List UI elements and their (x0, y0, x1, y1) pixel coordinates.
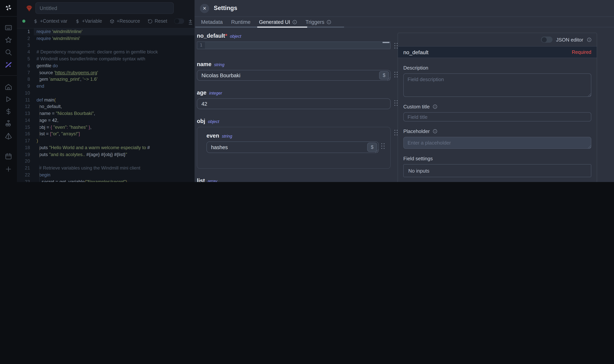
field-settings-empty: No inputs (403, 164, 591, 177)
drag-handle-icon[interactable] (394, 129, 398, 135)
code-line[interactable]: 21 # Retrieve variables using the Windmi… (17, 165, 195, 172)
close-icon[interactable]: ✕ (200, 4, 209, 13)
code-line[interactable]: 3 (17, 42, 195, 49)
age-input[interactable] (197, 98, 391, 109)
editor-toolbar: +Context var +Variable +Resource Reset ± (17, 15, 195, 27)
dollar-icon[interactable] (5, 108, 12, 115)
drag-handle-icon[interactable] (394, 100, 398, 106)
code-line[interactable]: 4# Dependency management: declare gems i… (17, 49, 195, 56)
tab-scroll-track (195, 26, 257, 28)
add-resource-button[interactable]: +Resource (110, 18, 140, 24)
description-label: Description (403, 65, 591, 71)
code-line[interactable]: 12 no_default, (17, 104, 195, 111)
app-window: +Context var +Variable +Resource Reset ±… (0, 0, 614, 182)
star-icon[interactable] (5, 36, 12, 44)
description-textarea[interactable] (403, 73, 591, 97)
active-tab-indicator (257, 26, 307, 28)
code-line[interactable]: 14 age = 42, (17, 117, 195, 124)
required-asterisk: * (225, 33, 227, 39)
placeholder-textarea[interactable] (403, 137, 591, 149)
no-default-json-editor[interactable]: 1 (197, 41, 391, 49)
code-line[interactable]: 7 source 'https://rubygems.org' (17, 69, 195, 76)
info-icon (326, 19, 331, 25)
diff-icon[interactable]: ± (189, 18, 192, 25)
code-line[interactable]: 17) (17, 138, 195, 144)
code-editor[interactable]: 1require 'windmill/inline'2require 'wind… (17, 28, 195, 182)
code-line[interactable]: 22 begin (17, 172, 195, 179)
add-variable-button[interactable]: +Variable (75, 18, 102, 24)
tab-metadata[interactable]: Metadata (201, 19, 223, 25)
code-line[interactable]: 13 name = "Nicolas Bourbaki", (17, 110, 195, 117)
status-dot (22, 20, 25, 23)
code-line[interactable]: 2require 'windmill/mini' (17, 35, 195, 42)
code-line[interactable]: 8 gem 'amazing_print', '~> 1.6' (17, 76, 195, 83)
tab-triggers[interactable]: Triggers (305, 19, 331, 25)
code-line[interactable]: 19 puts "and its acolytes.. #{age} #{obj… (17, 151, 195, 158)
settings-modal: ✕ Settings Metadata Runtime Generated UI… (195, 0, 614, 182)
editor-scrollbar[interactable] (382, 42, 390, 43)
play-icon[interactable] (5, 95, 12, 103)
code-line[interactable]: 15 obj = { "even": "hashes" }, (17, 124, 195, 131)
field-no-default: no_default* object 1 (197, 33, 391, 49)
package-icon (110, 19, 115, 24)
dollar-icon (75, 19, 80, 24)
obj-nested-box: even string $ (197, 127, 391, 169)
drag-handle-icon[interactable] (394, 42, 398, 48)
tab-runtime[interactable]: Runtime (231, 19, 251, 25)
keyboard-icon[interactable] (5, 24, 12, 31)
field-label: no_default* object (197, 33, 391, 39)
code-line[interactable]: 16 list = ["or", "arrays!"] (17, 131, 195, 138)
tab-scroll-track (307, 26, 344, 28)
field-obj: obj object even string $ (197, 118, 391, 169)
script-title-input[interactable] (35, 2, 174, 14)
custom-title-label: Custom title (403, 104, 591, 110)
rotate-ccw-icon (148, 19, 153, 24)
even-input[interactable] (207, 142, 379, 153)
required-badge: Required (572, 49, 591, 55)
drag-handle-icon[interactable] (394, 71, 398, 77)
name-input[interactable] (197, 70, 391, 81)
editor-toggle[interactable] (174, 18, 184, 24)
pyramid-icon[interactable] (5, 132, 12, 140)
code-line[interactable]: 1require 'windmill/inline' (17, 28, 195, 35)
code-line[interactable]: 5# Windmill uses bundler/inline compatib… (17, 56, 195, 63)
sidebar-divider (0, 75, 17, 76)
modal-title-bar: ✕ Settings (195, 0, 614, 17)
json-editor-toggle[interactable] (541, 37, 552, 43)
dollar-insert-button[interactable]: $ (367, 143, 377, 152)
reset-button[interactable]: Reset (148, 18, 167, 24)
code-lines: 1require 'windmill/inline'2require 'wind… (17, 28, 195, 182)
custom-title-input[interactable] (403, 112, 591, 121)
code-line[interactable]: 18 puts "Hello World and a warm welcome … (17, 144, 195, 151)
code-line[interactable]: 11def main( (17, 97, 195, 104)
info-icon (587, 37, 592, 42)
plus-icon[interactable] (5, 165, 12, 173)
code-line[interactable]: 23 secret = get_variable("f/examples/sec… (17, 179, 195, 182)
magic-wand-icon[interactable] (5, 61, 12, 68)
info-icon (432, 129, 437, 134)
generated-ui-form: no_default* object 1 name string (197, 33, 391, 182)
field-settings-label: Field settings (403, 156, 591, 161)
home-icon[interactable] (5, 83, 12, 91)
info-icon (432, 104, 437, 109)
code-line[interactable]: 20 (17, 158, 195, 165)
field-age: age integer (197, 90, 391, 109)
ruby-language-icon (25, 5, 33, 12)
editor-header: +Context var +Variable +Resource Reset ± (17, 0, 195, 28)
code-line[interactable]: 9end (17, 83, 195, 90)
calendar-icon[interactable] (5, 153, 12, 160)
tab-generated-ui[interactable]: Generated UI (259, 19, 297, 25)
code-line[interactable]: 6gemfile do (17, 63, 195, 70)
settings-tabs: Metadata Runtime Generated UI Triggers (195, 17, 614, 27)
editor-line-number: 1 (197, 42, 205, 49)
dollar-icon (33, 19, 38, 24)
code-line[interactable]: 10 (17, 90, 195, 97)
add-context-var-button[interactable]: +Context var (33, 18, 67, 24)
boxes-icon[interactable] (5, 120, 12, 128)
field-properties-panel: JSON editor no_default Required Descript… (398, 33, 597, 182)
drag-handle-icon[interactable] (381, 143, 385, 149)
search-icon[interactable] (5, 48, 12, 56)
selected-field-header[interactable]: no_default Required (398, 46, 597, 58)
windmill-logo-icon[interactable] (5, 4, 12, 12)
dollar-insert-button[interactable]: $ (379, 71, 389, 79)
